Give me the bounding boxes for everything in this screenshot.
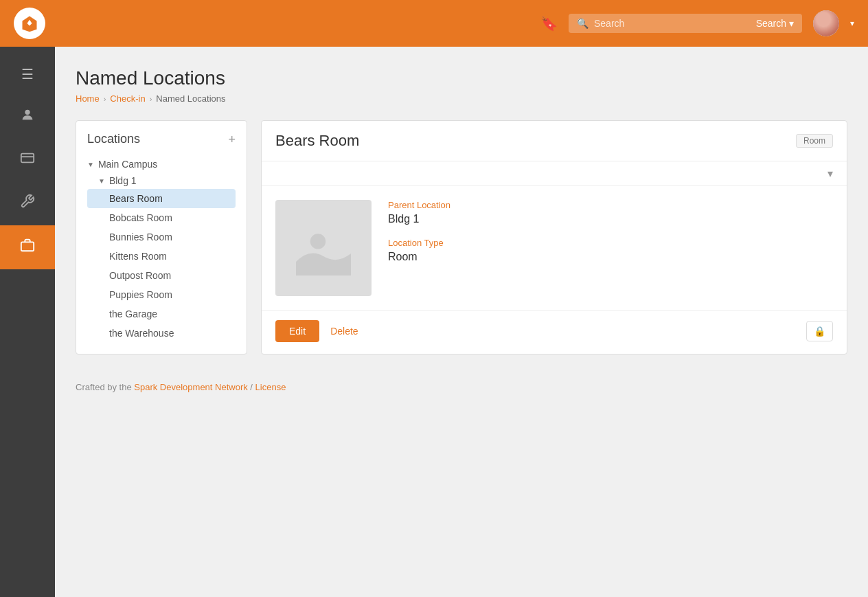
- bookmark-icon[interactable]: 🔖: [540, 15, 558, 32]
- sidebar-item-tools[interactable]: [0, 181, 55, 225]
- search-icon: 🔍: [577, 18, 589, 29]
- tree-bunnies-room[interactable]: Bunnies Room: [87, 227, 236, 247]
- sidebar-item-admin[interactable]: [0, 225, 55, 269]
- sidebar-item-notes[interactable]: ☰: [0, 54, 55, 95]
- detail-body: Parent Location Bldg 1 Location Type Roo…: [262, 186, 847, 310]
- tree-kittens-room[interactable]: Kittens Room: [87, 247, 236, 266]
- collapse-chevron-icon[interactable]: ▾: [827, 167, 833, 180]
- footer-text-prefix: Crafted by the: [76, 382, 134, 392]
- detail-collapse-bar: ▾: [262, 161, 847, 186]
- detail-title: Bears Room: [275, 132, 359, 150]
- add-location-button[interactable]: +: [228, 133, 236, 146]
- detail-info: Parent Location Bldg 1 Location Type Roo…: [388, 200, 833, 296]
- notes-icon: ☰: [21, 66, 34, 82]
- search-bar: 🔍 Search ▾: [569, 14, 802, 33]
- main-content: Named Locations Home › Check-in › Named …: [55, 47, 868, 597]
- sidebar-item-finance[interactable]: [0, 138, 55, 181]
- breadcrumb: Home › Check-in › Named Locations: [76, 93, 847, 104]
- page-title: Named Locations: [76, 67, 847, 89]
- detail-header: Bears Room Room: [262, 121, 847, 161]
- tree-bldg1[interactable]: ▼ Bldg 1: [87, 172, 236, 189]
- content-area: Locations + ▼ Main Campus ▼ Bldg 1 Bears…: [76, 120, 847, 354]
- search-dropdown-toggle[interactable]: Search ▾: [756, 18, 794, 29]
- parent-location-field: Parent Location Bldg 1: [388, 200, 833, 225]
- detail-type-badge: Room: [796, 134, 833, 148]
- sidebar-item-person[interactable]: [0, 95, 55, 138]
- breadcrumb-current: Named Locations: [156, 93, 225, 104]
- search-input[interactable]: [594, 18, 751, 29]
- svg-point-5: [310, 234, 326, 249]
- edit-button[interactable]: Edit: [275, 320, 319, 342]
- delete-button[interactable]: Delete: [328, 320, 361, 342]
- location-tree: ▼ Main Campus ▼ Bldg 1 Bears Room Bobcat…: [87, 156, 236, 343]
- person-icon: [20, 107, 35, 126]
- breadcrumb-sep-2: ›: [150, 95, 152, 103]
- spark-dev-link[interactable]: Spark Development Network: [134, 382, 247, 392]
- tree-outpost-room[interactable]: Outpost Room: [87, 266, 236, 285]
- svg-point-0: [25, 110, 30, 115]
- tree-the-warehouse[interactable]: the Warehouse: [87, 324, 236, 343]
- locations-panel: Locations + ▼ Main Campus ▼ Bldg 1 Bears…: [76, 120, 247, 354]
- bldg1-label: Bldg 1: [109, 175, 137, 186]
- detail-panel: Bears Room Room ▾ Parent Location: [261, 120, 847, 354]
- location-type-label: Location Type: [388, 238, 833, 248]
- location-type-field: Location Type Room: [388, 238, 833, 263]
- detail-footer: Edit Delete 🔒: [262, 310, 847, 352]
- sidebar: ☰: [0, 47, 55, 597]
- license-link[interactable]: License: [255, 382, 286, 392]
- app-logo[interactable]: [14, 8, 45, 39]
- svg-rect-3: [21, 242, 34, 251]
- parent-location-value: Bldg 1: [388, 213, 833, 225]
- chevron-down-icon: ▼: [87, 161, 94, 168]
- parent-location-label: Parent Location: [388, 200, 833, 210]
- locations-panel-title: Locations: [87, 132, 140, 146]
- tree-bears-room[interactable]: Bears Room: [87, 189, 236, 208]
- breadcrumb-checkin[interactable]: Check-in: [110, 93, 145, 104]
- lock-icon: 🔒: [814, 326, 825, 337]
- tree-main-campus[interactable]: ▼ Main Campus: [87, 156, 236, 172]
- svg-rect-1: [21, 154, 34, 163]
- user-avatar[interactable]: [813, 10, 839, 36]
- footer-separator: /: [248, 382, 255, 392]
- user-menu-chevron-icon[interactable]: ▾: [850, 19, 854, 28]
- location-image-placeholder: [275, 200, 372, 296]
- breadcrumb-sep-1: ›: [104, 95, 106, 103]
- wrench-icon: [20, 194, 35, 213]
- tree-puppies-room[interactable]: Puppies Room: [87, 285, 236, 304]
- lock-button[interactable]: 🔒: [806, 321, 833, 341]
- avatar-image: [813, 10, 839, 36]
- page-footer: Crafted by the Spark Development Network…: [76, 382, 847, 392]
- finance-icon: [20, 150, 35, 169]
- topnav-right-actions: 🔖 🔍 Search ▾ ▾: [540, 10, 854, 36]
- chevron-down-icon: ▼: [98, 177, 105, 185]
- briefcase-icon: [20, 238, 35, 257]
- search-chevron-icon: ▾: [789, 18, 794, 29]
- main-campus-label: Main Campus: [98, 159, 157, 170]
- tree-bobcats-room[interactable]: Bobcats Room: [87, 208, 236, 227]
- search-label: Search: [756, 18, 786, 29]
- tree-the-garage[interactable]: the Garage: [87, 304, 236, 324]
- breadcrumb-home[interactable]: Home: [76, 93, 100, 104]
- locations-header: Locations +: [87, 132, 236, 146]
- location-type-value: Room: [388, 251, 833, 263]
- top-navigation: 🔖 🔍 Search ▾ ▾: [0, 0, 868, 47]
